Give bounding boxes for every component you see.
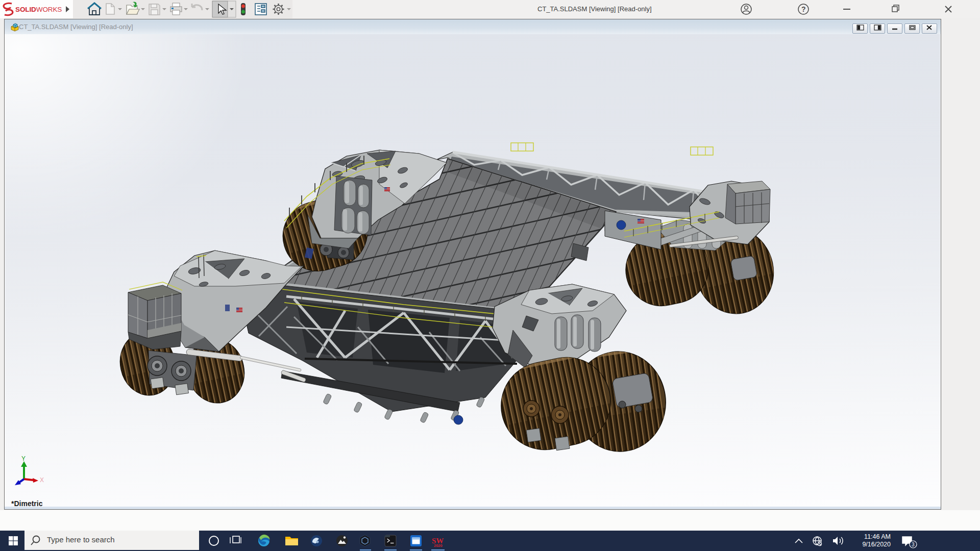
svg-text:SOLIDWORKS: SOLIDWORKS bbox=[15, 6, 62, 13]
svg-text:X: X bbox=[40, 477, 44, 484]
svg-text:?: ? bbox=[801, 5, 806, 13]
svg-text:Y: Y bbox=[21, 455, 26, 462]
svg-text:3: 3 bbox=[912, 542, 915, 547]
svg-text:2020: 2020 bbox=[434, 543, 443, 548]
